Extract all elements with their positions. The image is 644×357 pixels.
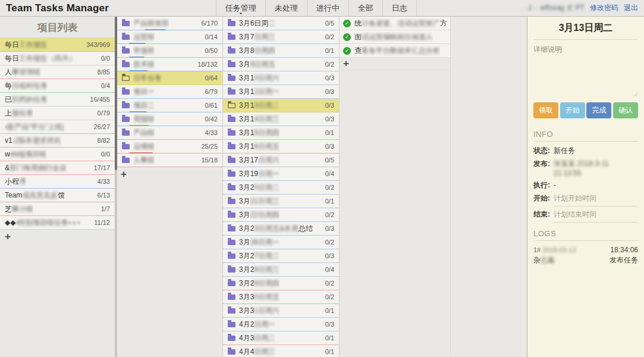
project-item[interactable]: 小程序 4/33 [0,175,115,189]
folder-item[interactable]: 运维组 25/25 [117,140,222,154]
folder-icon [122,117,130,122]
project-item[interactable]: 每日工作报告 343/969 [0,38,115,52]
folder-name: 日常任务 [133,73,162,83]
folder-item[interactable]: 产品研发部 6/170 [117,17,222,30]
project-item[interactable]: 芝麻小组 1/7 [0,202,115,216]
project-item[interactable]: ◆◆▪特别项目组任务▪＋▪ 11/12 [0,216,115,230]
project-item[interactable]: v1.2版本需求优化 8/82 [0,134,115,148]
folder-count: 4/33 [202,129,218,136]
date-name: 3月14日周三 [239,114,279,124]
project-count: 11/12 [90,219,110,226]
folder-item[interactable]: 项目一 6/79 [117,85,222,99]
folder-icon [228,76,235,81]
task-item[interactable]: 查看各平台数据并汇总分析 [340,44,450,58]
project-name: ◆◆▪特别项目组任务▪＋▪ [5,218,80,228]
project-item[interactable]: 已归档的任务 16/455 [0,93,115,107]
date-item[interactable]: 3月6日周二 0/5 [223,17,339,30]
date-name: 3月7日周三 [239,32,275,42]
project-item[interactable]: 每日工作报告（四月） 0/0 [0,52,115,65]
date-name: 4月2日周一 [239,320,275,330]
add-folder-button[interactable]: + [117,167,222,181]
date-item[interactable]: 4月4日周三 0/1 [223,345,339,357]
folder-item[interactable]: 产品组 4/33 [117,126,222,140]
add-task-button[interactable]: + [340,58,450,70]
date-item[interactable]: 3月10日周六 0/3 [223,71,339,85]
project-name: 上报任务 [5,108,33,118]
date-item[interactable]: 3月30日周五 0/2 [223,290,339,304]
project-name: 每日工作报告 [5,40,48,50]
action-button[interactable]: 开始 [560,102,585,118]
date-item[interactable]: 3月19日周一 0/4 [223,167,339,181]
date-item[interactable]: 3月17日周六 0/5 [223,154,339,167]
project-item[interactable]: 人事管理组 8/85 [0,65,115,79]
task-item[interactable]: 面试运营编辑岗位候选人 [340,30,450,44]
date-item[interactable]: 3月12日周一 0/3 [223,85,339,99]
date-item[interactable]: 3月27日周二 0/3 [223,249,339,263]
action-button[interactable]: 领取 [533,102,558,118]
folder-icon [228,281,235,286]
folder-item[interactable]: 人事组 15/18 [117,154,222,167]
nav-tab[interactable]: 日志 [382,0,417,16]
folder-icon [228,117,235,122]
date-item[interactable]: 3月21日周三 0/1 [223,195,339,208]
folder-item[interactable]: 项目二 0/61 [117,99,222,112]
project-item[interactable]: ▪新产品“平台”上线) 26/27 [0,120,115,134]
logout-link[interactable]: 退出 [624,3,638,13]
info-value[interactable]: 计划结束时间 [554,209,638,223]
log-entries: 1# 2018-03-13 18:34:06 杂志鑫 发布任务 [533,241,638,266]
date-item[interactable]: 3月29日周四 0/2 [223,277,339,290]
project-name: 芝麻小组 [5,204,33,214]
action-button[interactable]: 完成 [586,102,611,118]
info-rows: 状态: 新任务 发布: 张某某 2018-3-11 21:13:55 执行: -… [533,142,638,225]
nav-tab[interactable]: 进行中 [307,0,348,16]
nav-tab[interactable]: 任务管理 [216,0,265,16]
info-value[interactable]: 计划开始时间 [554,193,638,206]
folder-item[interactable]: 运营组 0/14 [117,30,222,44]
date-item[interactable]: 3月8日周四 0/1 [223,44,339,58]
change-password-link[interactable]: 修改密码 [590,3,618,13]
project-item[interactable]: &部门每周例行会议 17/17 [0,161,115,175]
description-textarea[interactable] [533,40,638,97]
project-count: 343/969 [83,41,110,48]
date-item[interactable]: 3月16日周五 0/3 [223,140,339,154]
date-item[interactable]: 3月13日周二 0/3 [223,99,339,112]
date-item[interactable]: 3月31日周六 0/1 [223,304,339,318]
folder-name: 周报组 [133,114,155,124]
project-item[interactable]: web端项目组 0/0 [0,148,115,161]
date-item[interactable]: 4月3日周二 0/1 [223,331,339,345]
date-count: 0/2 [322,293,334,300]
action-button[interactable]: 确认 [613,102,638,118]
folder-count: 0/50 [202,47,218,54]
date-item[interactable]: 3月9日周五 0/2 [223,58,339,71]
info-label: 开始: [533,193,550,203]
add-project-button[interactable]: + [0,230,115,243]
date-item[interactable]: 3月15日周四 0/1 [223,126,339,140]
nav-tab[interactable]: 全部 [348,0,382,16]
date-name: 3月29日周四 [239,278,279,289]
folder-count: 18/132 [194,61,218,68]
task-item[interactable]: 统计各渠道、活动运营推广方案 [340,17,450,30]
folder-icon [228,144,235,149]
folder-icon [228,253,235,259]
date-item[interactable]: 3月28日周三 0/4 [223,263,339,277]
folder-item[interactable]: 技术组 18/132 [117,58,222,71]
nav-tab[interactable]: 未处理 [265,0,307,16]
folder-item[interactable]: 周报组 0/42 [117,112,222,126]
date-item[interactable]: 3月23日周五&本周总结 0/3 [223,222,339,236]
folder-item[interactable]: 日常任务 0/64 [117,71,222,85]
folder-count: 0/61 [202,102,218,109]
project-item[interactable]: 上报任务 0/79 [0,107,115,120]
date-item[interactable]: 3月7日周三 0/2 [223,30,339,44]
folder-item[interactable]: 市场部 0/50 [117,44,222,58]
project-item[interactable]: Team成员意见反馈 6/13 [0,189,115,202]
date-count: 0/3 [322,115,334,123]
date-item[interactable]: 3月22日周四 0/2 [223,208,339,222]
folder-icon [228,212,235,218]
date-item[interactable]: 4月2日周一 0/3 [223,318,339,331]
project-item[interactable]: 每日临时任务 0/4 [0,79,115,93]
date-item[interactable]: 3月14日周三 0/3 [223,112,339,126]
date-item[interactable]: 3月20日周二 0/2 [223,181,339,195]
date-count: 0/2 [322,61,334,68]
date-item[interactable]: 3月26日周一 0/2 [223,236,339,249]
nav-tab-label: 全部 [358,3,373,14]
